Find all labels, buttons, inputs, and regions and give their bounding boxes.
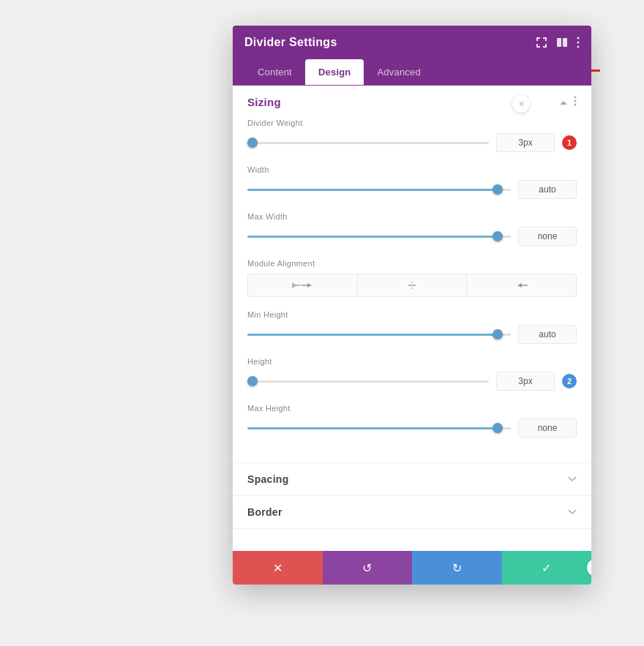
height-label: Height <box>247 357 577 366</box>
field-width: Width auto <box>247 165 577 199</box>
field-height: Height 3px 2 <box>247 357 577 391</box>
sizing-more-icon[interactable] <box>574 96 577 108</box>
width-row: auto <box>247 180 577 199</box>
spacing-title: Spacing <box>247 473 289 485</box>
field-min-height: Min Height auto <box>247 310 577 344</box>
tab-design[interactable]: Design <box>305 59 364 85</box>
page-background: Divider Settings <box>0 0 644 646</box>
more-icon[interactable] <box>577 37 580 48</box>
tab-content[interactable]: Content <box>244 59 305 85</box>
max-width-row: none <box>247 227 577 246</box>
align-left-button[interactable] <box>247 274 357 297</box>
width-input[interactable]: auto <box>518 180 577 199</box>
spacing-section-header[interactable]: Spacing <box>233 463 591 495</box>
border-section-header[interactable]: Border <box>233 496 591 528</box>
slider-track <box>247 380 489 383</box>
cancel-icon: ✕ <box>273 561 282 575</box>
height-slider[interactable] <box>247 374 489 388</box>
align-right-button[interactable] <box>466 274 577 297</box>
max-width-slider[interactable] <box>247 229 511 244</box>
tab-advanced[interactable]: Advanced <box>364 59 433 85</box>
slider-fill <box>247 236 498 238</box>
height-input[interactable]: 3px <box>496 372 555 391</box>
modal-footer: ✕ ↺ ↻ ✓ ✕ <box>233 551 591 585</box>
sizing-section-header[interactable]: Sizing <box>233 86 591 119</box>
sizing-section: Sizing <box>233 86 591 463</box>
slider-track <box>247 334 511 336</box>
svg-point-3 <box>577 42 580 44</box>
border-expand-icon[interactable] <box>568 507 577 517</box>
slider-thumb[interactable] <box>493 184 503 195</box>
width-label: Width <box>247 165 577 174</box>
module-alignment-label: Module Alignment <box>247 259 577 268</box>
max-width-label: Max Width <box>247 212 577 221</box>
min-height-slider[interactable] <box>247 327 511 342</box>
spacing-expand-icon[interactable] <box>568 474 577 484</box>
undo-button[interactable]: ↺ <box>323 551 413 585</box>
undo-icon: ↺ <box>362 561 372 575</box>
svg-rect-1 <box>563 38 567 47</box>
modal-header: Divider Settings <box>233 26 591 59</box>
slider-thumb[interactable] <box>247 376 258 386</box>
border-title: Border <box>247 506 282 518</box>
header-icons <box>536 37 580 48</box>
slider-fill <box>247 334 498 336</box>
redo-button[interactable]: ↻ <box>412 551 502 585</box>
svg-point-4 <box>577 46 580 48</box>
width-slider[interactable] <box>247 182 511 197</box>
max-height-label: Max Height <box>247 404 577 413</box>
svg-point-6 <box>574 100 577 102</box>
slider-thumb[interactable] <box>493 423 503 433</box>
sizing-section-icons <box>559 96 577 108</box>
divider-weight-slider[interactable] <box>247 135 489 150</box>
slider-track <box>247 236 511 238</box>
divider-settings-modal: Divider Settings <box>233 26 591 585</box>
alignment-buttons <box>247 274 577 297</box>
slider-fill <box>247 189 498 191</box>
divider-weight-input[interactable]: 3px <box>496 133 555 152</box>
sizing-title: Sizing <box>247 96 281 108</box>
sizing-collapse-icon[interactable] <box>559 97 568 108</box>
spacing-section: Spacing <box>233 463 591 496</box>
min-height-label: Min Height <box>247 310 577 319</box>
modal-close-button[interactable]: ✕ <box>512 95 530 113</box>
height-badge: 2 <box>562 374 577 388</box>
slider-thumb[interactable] <box>247 138 258 148</box>
svg-rect-0 <box>557 38 561 47</box>
svg-marker-11 <box>307 283 312 288</box>
modal-body: Sizing <box>233 86 591 551</box>
slider-track <box>247 427 511 429</box>
field-divider-weight: Divider Weight 3px 1 <box>247 119 577 152</box>
save-button[interactable]: ✓ <box>502 551 592 585</box>
modal-title: Divider Settings <box>244 36 337 49</box>
max-width-input[interactable]: none <box>518 227 577 246</box>
max-height-slider[interactable] <box>247 421 511 435</box>
save-icon: ✓ <box>542 561 551 575</box>
field-max-width: Max Width none <box>247 212 577 246</box>
divider-weight-label: Divider Weight <box>247 119 577 127</box>
slider-thumb[interactable] <box>493 329 503 339</box>
redo-icon: ↻ <box>452 561 462 575</box>
fullscreen-icon[interactable] <box>536 37 547 48</box>
svg-point-7 <box>574 104 577 106</box>
cancel-button[interactable]: ✕ <box>233 551 323 585</box>
max-height-row: none <box>247 418 577 437</box>
slider-track <box>247 142 489 144</box>
split-icon[interactable] <box>556 37 568 48</box>
min-height-row: auto <box>247 325 577 344</box>
module-alignment-row <box>247 274 577 297</box>
slider-track <box>247 189 511 191</box>
align-center-button[interactable] <box>357 274 467 297</box>
svg-marker-15 <box>517 283 522 288</box>
max-height-input[interactable]: none <box>518 418 577 437</box>
min-height-input[interactable]: auto <box>518 325 577 344</box>
slider-fill <box>247 427 498 429</box>
sizing-content: Divider Weight 3px 1 <box>233 119 591 462</box>
divider-weight-badge: 1 <box>562 135 577 150</box>
field-module-alignment: Module Alignment <box>247 259 577 297</box>
field-max-height: Max Height none <box>247 404 577 437</box>
height-row: 3px 2 <box>247 372 577 391</box>
slider-thumb[interactable] <box>493 231 503 241</box>
svg-point-2 <box>577 37 580 40</box>
divider-weight-row: 3px 1 <box>247 133 577 152</box>
